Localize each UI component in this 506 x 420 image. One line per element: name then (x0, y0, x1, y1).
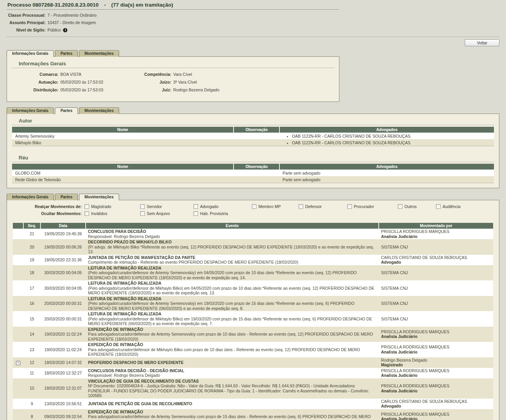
checkbox[interactable] (193, 211, 198, 216)
column-header-advogados: Advogados (279, 164, 494, 170)
checkbox[interactable] (84, 211, 89, 216)
party-observation (234, 133, 279, 139)
filter-checkbox-item[interactable]: Inválidos (84, 211, 140, 216)
juizo-label: Juízo: (126, 80, 171, 84)
movement-expand-cell (13, 255, 23, 265)
voltar-button[interactable]: Voltar (465, 39, 499, 46)
party-lawyers: Parte sem advogado (279, 170, 494, 176)
movement-event-title: EXPEDIÇÃO DE INTIMAÇÃO (88, 342, 376, 347)
distribuicao-label: Distribuição: (12, 88, 58, 92)
divider (12, 125, 494, 125)
filter-checkbox-item[interactable]: Outros (398, 204, 436, 209)
reu-title: Réu (7, 151, 499, 162)
checkbox-label: Membro MP (258, 204, 281, 209)
movement-date: 19/03/2020 11:02:24 (40, 342, 86, 357)
movement-by-role: Analista Judiciário (381, 334, 491, 339)
tab-partes[interactable]: Partes (55, 50, 78, 57)
filter-checkbox-item[interactable]: Sem Arquivo (140, 211, 193, 216)
movements-section: Informações GeraisPartesMovimentações Re… (7, 194, 499, 420)
tab-label: Movimentações (84, 51, 114, 56)
movement-date: 18/05/2020 22:31:36 (40, 255, 86, 265)
tab-informacoes-gerais[interactable]: Informações Gerais (7, 50, 54, 57)
movement-seq: 14 (23, 327, 40, 342)
filter-checkbox-item[interactable]: Membro MP (252, 204, 299, 209)
tab-movimentacoes[interactable]: Movimentações (79, 50, 119, 57)
movement-event-cell: EXPEDIÇÃO DE INTIMAÇÃO Para advogados/cu… (86, 342, 379, 357)
parties-section: Informações GeraisPartesMovimentações Au… (7, 107, 499, 188)
filter-checkbox-item[interactable]: Audiência (436, 204, 460, 209)
movement-by-name: PRISCILLA RODRIGUES MARQUES (381, 345, 491, 350)
movement-by-cell: PRISCILLA RODRIGUES MARQUES Analista Jud… (379, 378, 493, 399)
filter-checkbox-item[interactable]: Magistrado (84, 204, 140, 209)
expand-row-button[interactable]: + (16, 361, 20, 365)
filter-checkbox-item[interactable]: Advogado (193, 204, 252, 209)
checkbox[interactable] (347, 204, 352, 209)
tab-partes[interactable]: Partes (55, 194, 78, 200)
info-icon[interactable] (63, 28, 67, 32)
movement-date: 19/05/2020 19:45:39 (40, 229, 86, 239)
filter-checkbox-item[interactable]: Defensor (299, 204, 347, 209)
filter-checkbox-item[interactable]: Procurador (347, 204, 398, 209)
movement-by-cell: SISTEMA CNJ (379, 280, 493, 296)
highlight-filter-options: Magistrado Servidor Advogado Membro MP D… (84, 204, 499, 209)
tab-informacoes-gerais[interactable]: Informações Gerais (7, 107, 54, 114)
tab-informacoes-gerais[interactable]: Informações Gerais (7, 194, 54, 200)
checkbox[interactable] (398, 204, 402, 209)
movement-event-detail: (Pelo advogado/curador/defensor de Mikha… (88, 286, 376, 296)
movement-event-detail: Para advogados/curador/defensor de Mikha… (88, 347, 376, 357)
comarca-label: Comarca: (12, 72, 58, 77)
reu-table: Nome Observação Advogados GLOBO.COM Part… (12, 164, 494, 183)
party-lawyers: Parte sem advogado (279, 176, 494, 183)
movement-by-role: Analista Judiciário (381, 350, 491, 355)
checkbox[interactable] (299, 204, 303, 209)
title-separator: - (104, 2, 106, 8)
party-lawyers: OAB 1122N-RR - CARLOS CRISTIANO DE SOUZA… (279, 139, 494, 146)
column-header-evento: Evento (86, 223, 379, 229)
movement-event-title: DECORRIDO PRAZO DE MIKHAYLO BILKO (88, 240, 376, 245)
checkbox-label: Outros (404, 204, 417, 209)
movement-seq: 20 (23, 239, 40, 255)
filter-checkbox-item[interactable]: Hab. Provisória (193, 211, 252, 216)
movement-event-cell: EXPEDIÇÃO DE INTIMAÇÃO Para advogados/cu… (86, 327, 379, 342)
movement-row: 20 19/05/2020 00:06:26 DECORRIDO PRAZO D… (13, 239, 493, 255)
juizo-value: 3ª Vara Cível (173, 80, 197, 84)
autuacao-value: 05/03/2020 às 17:53:02 (60, 80, 126, 84)
movement-event-title: LEITURA DE INTIMAÇÃO REALIZADA (88, 281, 376, 286)
tab-label: Partes (60, 108, 72, 113)
checkbox-label: Magistrado (91, 204, 111, 209)
movement-row: 9 13/03/2020 15:56:51 JUNTADA DE PETIÇÃO… (13, 399, 493, 409)
checkbox[interactable] (140, 204, 145, 209)
checkbox-label: Defensor (305, 204, 322, 209)
classe-processual-row: Classe Processual: 7 - Procedimento Ordi… (7, 13, 499, 18)
movement-row: + 12 18/03/2020 14:07:32 PROFERIDO DESPA… (13, 357, 493, 368)
table-header-row: Seq. Data Evento Movimentado por (13, 223, 493, 229)
checkbox[interactable] (140, 211, 145, 216)
movements-panel: Realçar Movimentos de: Magistrado Servid… (7, 200, 499, 420)
table-header-row: Nome Observação Advogados (12, 164, 494, 170)
tab-movimentacoes[interactable]: Movimentações (79, 194, 119, 200)
movement-row: 16 20/03/2020 00:00:31 LEITURA DE INTIMA… (13, 296, 493, 312)
movement-event-detail: Responsável: Rodrigo Bezerra Delgado (88, 373, 376, 378)
filter-checkbox-item[interactable]: Servidor (140, 204, 193, 209)
movement-by-cell: PRISCILLA RODRIGUES MARQUES Analista Jud… (379, 342, 493, 357)
movement-date: 18/03/2020 12:32:27 (40, 368, 86, 378)
process-number: Processo 0807268-31.2020.8.23.0010 (7, 2, 98, 8)
checkbox[interactable] (193, 204, 198, 209)
tab-partes[interactable]: Partes (55, 107, 78, 114)
movement-by-cell: SISTEMA CNJ (379, 311, 493, 327)
checkbox[interactable] (436, 204, 441, 209)
tab-movimentacoes[interactable]: Movimentações (79, 107, 119, 114)
checkbox[interactable] (84, 204, 89, 209)
classe-processual-label: Classe Processual: (7, 13, 46, 18)
checkbox[interactable] (252, 204, 257, 209)
movement-by-cell: Rodrigo Bezerra Delgado Magistrado (379, 357, 493, 368)
movement-event-detail: Cumprimento de intimação - Referente ao … (88, 260, 376, 265)
movement-date: 19/03/2020 11:02:24 (40, 327, 86, 342)
movement-event-detail: (Pelo advogado/curador/defensor de Artem… (88, 270, 376, 280)
assunto-principal-value: 10437 - Direito de Imagem (47, 20, 96, 25)
tab-label: Informações Gerais (12, 51, 48, 56)
movement-by-name: SISTEMA CNJ (381, 270, 491, 275)
movement-by-name: SISTEMA CNJ (381, 286, 491, 291)
movement-event-title: CONCLUSOS PARA DECISÃO - DECISÃO INICIAL (88, 368, 376, 373)
classe-processual-value: 7 - Procedimento Ordinário (47, 13, 97, 18)
